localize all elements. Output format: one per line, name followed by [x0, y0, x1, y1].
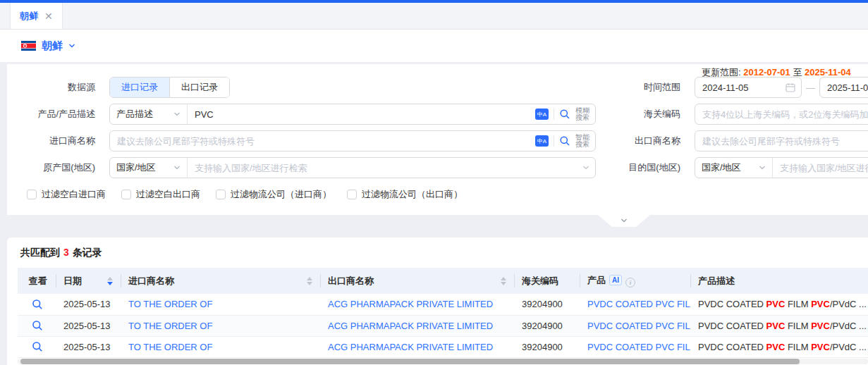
search-form: 更新范围: 2012-07-01 至 2025-11-04 数据源 进口记录 出… [7, 64, 868, 215]
filter-checkbox-0[interactable]: 过滤空白进口商 [27, 188, 106, 201]
filter-label: 过滤物流公司（进口商） [231, 188, 331, 201]
smart-search-icon[interactable] [559, 135, 570, 147]
cell-importer: TO THE ORDER OF [121, 336, 321, 357]
filter-checkbox-1[interactable]: 过滤空白出口商 [121, 188, 200, 201]
cell-date: 2025-05-13 [56, 336, 121, 357]
translate-icon[interactable]: 中A [535, 135, 549, 147]
dest-country-input[interactable] [773, 158, 868, 178]
date-to-input[interactable]: 2025-11-04 [819, 77, 868, 98]
importer-label: 进口商名称 [7, 135, 102, 147]
product-label: 产品/产品描述 [7, 108, 102, 120]
dest-country-select-value: 国家/地区 [702, 161, 741, 174]
filter-checkboxes: 过滤空白进口商过滤空白出口商过滤物流公司（进口商）过滤物流公司（出口商） [27, 188, 868, 201]
cell-product: PVDC COATED PVC FIL... [580, 294, 691, 315]
cell-product-link[interactable]: PVDC COATED PVC FIL... [587, 299, 691, 309]
col-header-date: 日期 [56, 268, 121, 294]
panel-gap [0, 215, 868, 237]
view-magnifier-icon[interactable] [32, 341, 43, 352]
checkbox-icon[interactable] [121, 190, 131, 199]
divider [554, 109, 554, 120]
filter-label: 过滤物流公司（出口商） [362, 188, 463, 201]
chevron-down-icon [582, 164, 589, 171]
origin-country-select[interactable]: 国家/地区 [110, 158, 188, 178]
checkbox-icon[interactable] [347, 190, 357, 199]
checkbox-icon[interactable] [27, 190, 37, 199]
summary-prefix: 共匹配到 [20, 247, 60, 258]
view-record-button[interactable] [18, 315, 56, 336]
cell-hscode: 39204900 [515, 315, 580, 336]
horizontal-scrollbar[interactable] [18, 359, 868, 364]
exporter-input[interactable] [695, 130, 868, 151]
export-records-button[interactable]: 出口记录 [169, 78, 229, 97]
results-table: 查看 日期 进口商名称 出口商名称 海关编码 产品AIi 产品描述 [18, 268, 868, 358]
cell-importer-link[interactable]: TO THE ORDER OF [128, 321, 212, 331]
col-header-exporter: 出口商名称 [321, 268, 515, 294]
origin-country-select-value: 国家/地区 [116, 161, 156, 174]
ai-badge: AI [609, 275, 622, 285]
update-range-label: 更新范围: [702, 67, 741, 78]
filter-checkbox-2[interactable]: 过滤物流公司（进口商） [216, 188, 331, 201]
north-korea-flag-icon [21, 41, 36, 51]
chevron-down-icon [621, 217, 628, 224]
cell-description: PVDC COATED PVC FILM PVC/PVdC ... [691, 315, 868, 336]
view-magnifier-icon[interactable] [32, 299, 43, 310]
filter-checkbox-3[interactable]: 过滤物流公司（出口商） [347, 188, 463, 201]
view-magnifier-icon[interactable] [32, 320, 43, 331]
cell-exporter: ACG PHARMAPACK PRIVATE LIMITED [321, 336, 515, 357]
col-header-product: 产品AIi [580, 268, 691, 294]
smart-search-mode-label[interactable]: 智能 搜索 [575, 134, 589, 148]
sort-date-control[interactable] [107, 277, 113, 285]
cell-product-link[interactable]: PVDC COATED PVC FIL... [587, 321, 691, 331]
divider [554, 135, 554, 147]
cell-exporter-link[interactable]: ACG PHARMAPACK PRIVATE LIMITED [328, 299, 493, 309]
date-from-value: 2024-11-05 [702, 82, 781, 93]
update-range: 更新范围: 2012-07-01 至 2025-11-04 [702, 66, 851, 79]
table-row: 2025-05-13TO THE ORDER OFACG PHARMAPACK … [18, 336, 868, 357]
importer-input[interactable] [110, 131, 535, 151]
cell-importer: TO THE ORDER OF [121, 315, 321, 336]
fuzzy-search-mode-label[interactable]: 模糊 搜索 [575, 107, 589, 121]
exporter-label: 出口商名称 [596, 135, 687, 147]
info-icon[interactable]: i [625, 278, 635, 287]
close-icon[interactable]: ✕ [44, 11, 53, 21]
sort-exporter-control[interactable] [501, 277, 506, 285]
product-input-group: 产品描述 中A 模糊 搜索 [109, 104, 596, 125]
chevron-down-icon[interactable] [68, 42, 75, 49]
result-count: 3 [60, 247, 73, 258]
translate-icon[interactable]: 中A [535, 109, 549, 120]
cell-importer: TO THE ORDER OF [121, 294, 321, 315]
hs-code-input[interactable] [695, 104, 868, 125]
cell-exporter-link[interactable]: ACG PHARMAPACK PRIVATE LIMITED [328, 342, 493, 352]
view-record-button[interactable] [18, 336, 56, 357]
product-field-select[interactable]: 产品描述 [110, 104, 188, 124]
collapse-search-button[interactable] [598, 215, 650, 227]
results-panel: 共匹配到3条记录 查看 日期 进口商名称 出口商名称 海关编码 [7, 237, 868, 365]
cell-importer-link[interactable]: TO THE ORDER OF [128, 299, 212, 309]
checkbox-icon[interactable] [216, 190, 226, 199]
cell-importer-link[interactable]: TO THE ORDER OF [128, 342, 212, 352]
cell-date: 2025-05-13 [56, 315, 121, 336]
cell-product-link[interactable]: PVDC COATED PVC FIL... [587, 342, 691, 352]
product-input[interactable] [188, 104, 535, 124]
dest-country-group: 国家/地区 [695, 157, 868, 178]
cell-product: PVDC COATED PVC FIL... [580, 315, 691, 336]
col-header-view: 查看 [18, 268, 56, 294]
tab-bar: 朝鲜 ✕ [0, 3, 868, 30]
sort-importer-control[interactable] [307, 277, 312, 285]
data-source-label: 数据源 [7, 81, 102, 94]
origin-country-input[interactable] [188, 158, 582, 178]
dest-country-select[interactable]: 国家/地区 [695, 158, 773, 178]
update-range-to-word: 至 [793, 67, 802, 78]
date-to-value: 2025-11-04 [827, 82, 868, 93]
table-row: 2025-05-13TO THE ORDER OFACG PHARMAPACK … [18, 294, 868, 315]
date-from-input[interactable]: 2024-11-05 [695, 77, 802, 98]
view-record-button[interactable] [18, 294, 56, 315]
fuzzy-search-icon[interactable] [559, 109, 570, 120]
table-row: 2025-05-13TO THE ORDER OFACG PHARMAPACK … [18, 315, 868, 336]
product-field-select-value: 产品描述 [116, 108, 153, 120]
chevron-down-icon [173, 111, 181, 118]
import-records-button[interactable]: 进口记录 [110, 78, 169, 97]
tab-north-korea[interactable]: 朝鲜 ✕ [10, 3, 63, 29]
scrollbar-thumb[interactable] [20, 359, 800, 364]
cell-exporter-link[interactable]: ACG PHARMAPACK PRIVATE LIMITED [328, 321, 493, 331]
